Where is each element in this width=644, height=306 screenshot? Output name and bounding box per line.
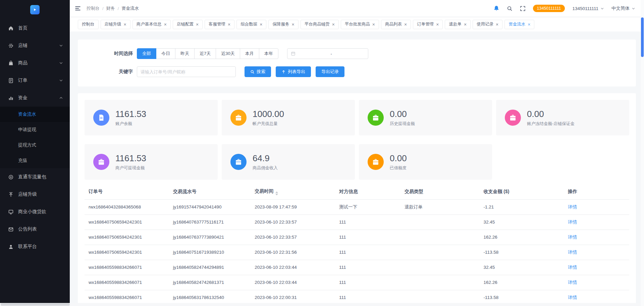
tab-capital-flow[interactable]: 资金流水× (504, 20, 534, 29)
vertical-scrollbar[interactable] (641, 0, 644, 306)
sidebar-item-label: 订单 (18, 77, 28, 83)
sidebar-item-notice-list[interactable]: 公告列表 (0, 221, 70, 238)
sidebar-item-contact-platform[interactable]: 联系平台 (0, 238, 70, 255)
arrow-up-icon (281, 70, 286, 74)
close-icon[interactable]: × (496, 22, 498, 27)
goods-icon (8, 60, 14, 66)
stat-label: 历史提现金额 (390, 121, 415, 127)
cell-serial-no: jy169157447942041490 (169, 199, 251, 215)
app-logo[interactable] (30, 5, 40, 14)
language-selector[interactable]: 中文简体 (611, 5, 635, 11)
detail-link[interactable]: 详情 (568, 220, 577, 225)
phone-badge[interactable]: 13450111111 (533, 5, 565, 12)
cell-time: 2023-06-10 22:33:57 (251, 215, 335, 230)
close-icon[interactable]: × (464, 22, 467, 27)
keyword-input[interactable] (137, 66, 236, 77)
stat-card-withdraw-history: 0.00历史提现金额 (359, 100, 492, 135)
tab-guarantee-service[interactable]: 保障服务× (268, 20, 298, 29)
menu-toggle-icon[interactable] (74, 5, 81, 12)
table-row: wx1686407506594242301jy16864076377751161… (85, 215, 629, 230)
search-icon[interactable] (507, 6, 513, 11)
tab-platform-wholesale[interactable]: 平台批发商品× (341, 20, 379, 29)
time-filter-button[interactable]: 全部 (137, 48, 156, 59)
sidebar-subitem-label: 充值 (18, 158, 27, 164)
close-icon[interactable]: × (228, 22, 230, 27)
date-range-picker[interactable]: - (287, 48, 368, 59)
tab-platform-distribution[interactable]: 平台商品铺货× (301, 20, 339, 29)
user-menu[interactable]: 13450111111 (572, 6, 604, 11)
sidebar-subitem-capital-flow[interactable]: 资金流水 (0, 107, 70, 122)
close-icon[interactable]: × (528, 22, 530, 27)
tab-shop-upgrade[interactable]: 店铺升级× (101, 20, 130, 29)
horizontal-scrollbar-thumb[interactable] (1, 303, 70, 306)
sidebar-item-shop-upgrade[interactable]: 店铺升级 (0, 186, 70, 203)
close-icon[interactable]: × (436, 22, 439, 27)
column-header: 操作 (564, 184, 629, 199)
sidebar-item-traffic-package[interactable]: 直通车流量包 (0, 168, 70, 186)
table-row: wx1686405598834266071jy16864058247426813… (85, 275, 629, 290)
time-filter-button[interactable]: 昨天 (175, 48, 195, 59)
notification-bell-icon[interactable] (493, 5, 499, 11)
tab-refund-orders[interactable]: 退款单× (445, 20, 471, 29)
time-filter-button[interactable]: 近7天 (194, 48, 216, 59)
cell-order-no: wx1686407506594242301 (85, 215, 169, 230)
stat-card-account-balance: 1161.53账户余额 (85, 100, 218, 135)
detail-link[interactable]: 详情 (568, 235, 577, 240)
tab-combined-data[interactable]: 组合数据× (236, 20, 266, 29)
search-button[interactable]: 搜索 (245, 66, 271, 77)
close-icon[interactable]: × (332, 22, 335, 27)
close-icon[interactable]: × (291, 22, 294, 27)
tab-console[interactable]: 控制台 (78, 20, 99, 29)
keyword-label: 关键字 (86, 69, 133, 75)
sidebar-subitem-recharge[interactable]: 充值 (0, 153, 70, 168)
tab-usage-records[interactable]: 使用记录× (473, 20, 502, 29)
breadcrumb-item[interactable]: 财务 (106, 5, 115, 11)
tab-customer-service[interactable]: 客服管理× (205, 20, 234, 29)
column-header[interactable]: 交易时间 (251, 184, 335, 199)
time-filter-button[interactable]: 今日 (156, 48, 175, 59)
fullscreen-icon[interactable] (520, 6, 526, 11)
detail-link[interactable]: 详情 (568, 295, 577, 300)
export-records-button[interactable]: 导出记录 (316, 66, 344, 77)
time-filter-button[interactable]: 近30天 (216, 48, 240, 59)
export-list-button[interactable]: 列表导出 (276, 66, 311, 77)
sidebar-item-micro-loan[interactable]: 商业小微贷款 (0, 203, 70, 221)
cell-counterparty: 111 (335, 260, 400, 275)
tab-shop-config[interactable]: 店铺配置× (173, 20, 203, 29)
time-filter-button[interactable]: 本年 (259, 48, 278, 59)
tab-order-management[interactable]: 订单管理× (413, 20, 443, 29)
column-header: 收支金额 ($) (479, 184, 564, 199)
close-icon[interactable]: × (372, 22, 375, 27)
sidebar-item-funds[interactable]: 资金 (0, 89, 70, 107)
detail-link[interactable]: 详情 (568, 250, 577, 255)
tab-product-list[interactable]: 商品列表× (381, 20, 411, 29)
calendar-icon (291, 51, 296, 56)
cell-amount: -1.21 (479, 199, 564, 215)
close-icon[interactable]: × (260, 22, 262, 27)
funds-icon (8, 95, 14, 101)
sidebar-item-goods[interactable]: 商品 (0, 54, 70, 72)
detail-link[interactable]: 详情 (568, 280, 577, 285)
tab-merchant-info[interactable]: 商户基本信息× (132, 20, 171, 29)
detail-link[interactable]: 详情 (568, 265, 577, 270)
sidebar-item-home[interactable]: 首页 (0, 19, 70, 37)
breadcrumb-item[interactable]: 控制台 (87, 5, 100, 11)
detail-link[interactable]: 详情 (568, 204, 577, 209)
chevron-up-icon (59, 96, 63, 100)
sidebar-item-orders[interactable]: 订单 (0, 72, 70, 89)
cell-time: 2023-06-10 22:03:44 (251, 260, 335, 275)
close-icon[interactable]: × (164, 22, 167, 27)
close-icon[interactable]: × (404, 22, 407, 27)
horizontal-scrollbar[interactable] (0, 303, 644, 306)
time-filter-button[interactable]: 本月 (240, 48, 259, 59)
sidebar-submenu: 资金流水申请提现提现方式充值 (0, 107, 70, 168)
sidebar-item-shop[interactable]: 店铺 (0, 37, 70, 54)
column-header: 交易流水号 (169, 184, 251, 199)
close-icon[interactable]: × (196, 22, 199, 27)
tab-label: 平台商品铺货 (305, 21, 330, 27)
sidebar-subitem-withdraw-apply[interactable]: 申请提现 (0, 122, 70, 137)
close-icon[interactable]: × (124, 22, 126, 27)
sidebar-subitem-withdraw-method[interactable]: 提现方式 (0, 137, 70, 153)
vertical-scrollbar-thumb[interactable] (641, 17, 644, 57)
sort-icon[interactable] (275, 191, 278, 195)
